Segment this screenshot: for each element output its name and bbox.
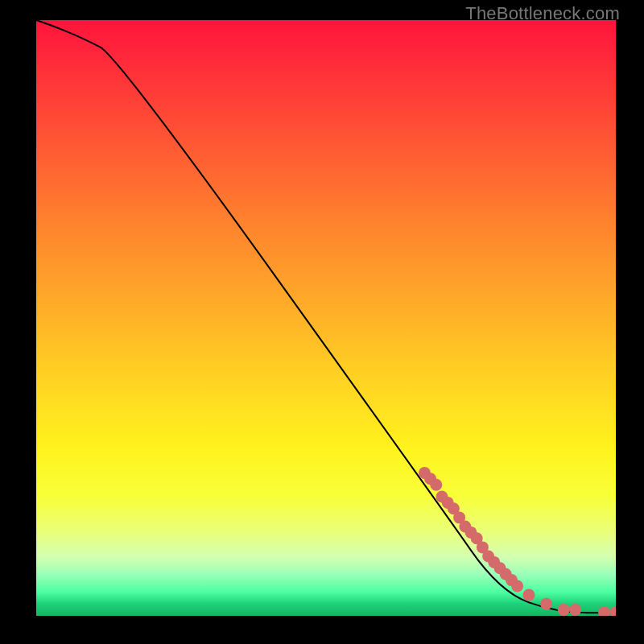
data-marker — [523, 589, 535, 601]
data-marker — [558, 604, 570, 616]
data-marker — [569, 604, 581, 616]
data-marker — [430, 479, 442, 491]
data-marker — [540, 598, 552, 610]
chart-frame: TheBottleneck.com — [0, 0, 644, 644]
data-marker — [511, 580, 523, 592]
chart-svg — [36, 20, 616, 616]
plot-area — [36, 20, 616, 616]
data-markers-group — [419, 467, 616, 616]
bottleneck-curve — [36, 20, 616, 613]
data-marker — [598, 606, 610, 616]
data-marker — [610, 606, 617, 616]
